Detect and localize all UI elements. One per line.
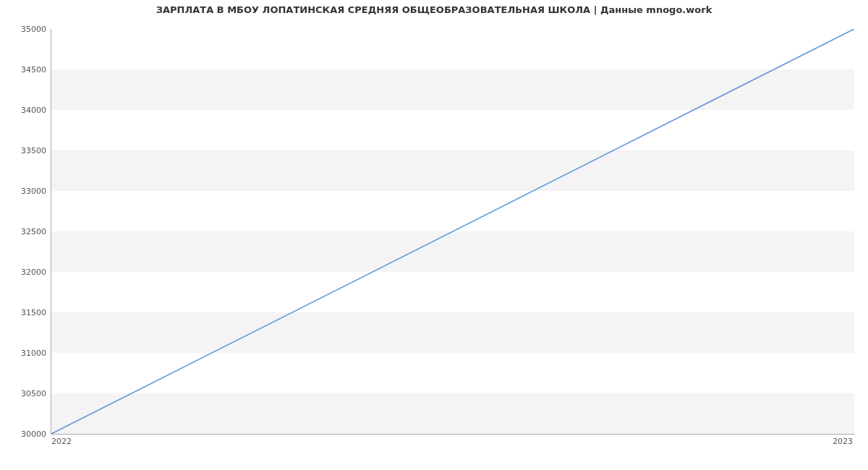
svg-line-0: [51, 29, 854, 434]
y-tick-label: 30500: [6, 389, 46, 398]
x-tick-label: 2022: [51, 437, 72, 446]
plot-area: [51, 29, 854, 435]
y-tick-label: 31000: [6, 349, 46, 358]
chart-container: ЗАРПЛАТА В МБОУ ЛОПАТИНСКАЯ СРЕДНЯЯ ОБЩЕ…: [0, 0, 868, 470]
chart-title: ЗАРПЛАТА В МБОУ ЛОПАТИНСКАЯ СРЕДНЯЯ ОБЩЕ…: [0, 4, 868, 15]
line-series: [51, 29, 854, 434]
y-tick-label: 34500: [6, 65, 46, 74]
x-tick-label: 2023: [833, 437, 853, 446]
y-tick-label: 34000: [6, 106, 46, 115]
y-tick-label: 32000: [6, 268, 46, 277]
y-tick-label: 33500: [6, 146, 46, 155]
y-tick-label: 30000: [6, 430, 46, 439]
y-tick-label: 33000: [6, 187, 46, 196]
y-tick-label: 35000: [6, 25, 46, 34]
y-tick-label: 31500: [6, 308, 46, 317]
y-tick-label: 32500: [6, 227, 46, 236]
